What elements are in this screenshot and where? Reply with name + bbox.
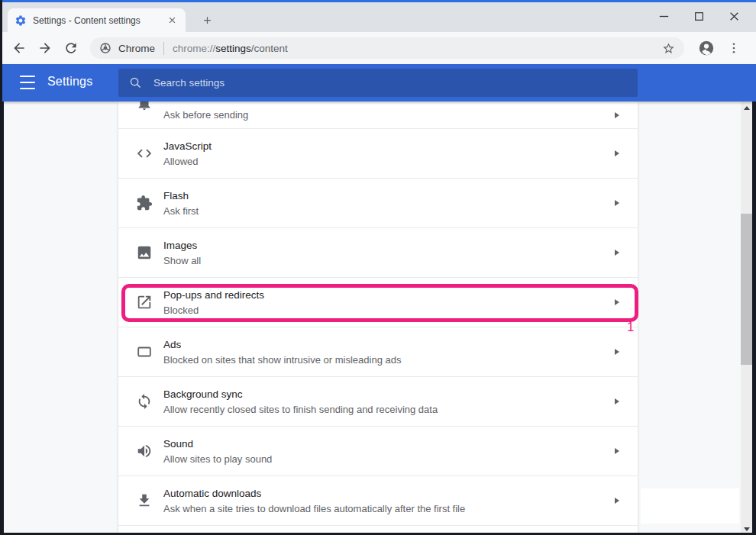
settings-item-flash[interactable]: FlashAsk first <box>118 179 638 228</box>
item-subtitle: Blocked <box>163 303 264 317</box>
title-bar: Settings - Content settings <box>0 0 756 32</box>
chevron-right-icon <box>615 498 619 504</box>
new-tab-button[interactable] <box>198 11 216 29</box>
item-subtitle: Ask when a site tries to download files … <box>163 501 465 516</box>
flash-puzzle-icon <box>136 195 153 211</box>
settings-item-sound[interactable]: SoundAllow sites to play sound <box>118 427 638 476</box>
automatic-downloads-icon <box>136 492 153 509</box>
reload-icon[interactable] <box>58 35 84 61</box>
item-title: Pop-ups and redirects <box>163 288 264 303</box>
chrome-badge-icon <box>99 42 111 54</box>
settings-item-javascript[interactable]: JavaScriptAllowed <box>118 129 638 179</box>
window-close-icon[interactable] <box>716 2 751 31</box>
item-title: JavaScript <box>163 139 212 154</box>
settings-item-ads[interactable]: AdsBlocked on sites that show intrusive … <box>118 327 638 377</box>
chevron-right-icon <box>615 299 619 305</box>
annotation-step-number: 1 <box>627 320 634 335</box>
settings-item-background-sync[interactable]: Background syncAllow recently closed sit… <box>118 377 638 427</box>
item-subtitle: Allow sites to play sound <box>163 452 272 466</box>
search-input[interactable] <box>152 76 627 89</box>
browser-toolbar: Chrome chrome://settings/content <box>0 32 756 64</box>
hamburger-menu-icon[interactable] <box>20 76 35 89</box>
bookmark-star-icon[interactable] <box>662 42 675 55</box>
window-top-accent <box>0 0 756 2</box>
url-path: /content <box>251 43 288 54</box>
notifications-bell-icon <box>136 102 153 111</box>
item-title: Flash <box>163 189 199 204</box>
item-title: Sound <box>163 437 272 452</box>
item-subtitle: Blocked on sites that show intrusive or … <box>163 353 401 367</box>
chevron-right-icon <box>615 150 619 156</box>
chevron-right-icon <box>615 349 619 355</box>
chevron-right-icon <box>615 398 619 404</box>
tab-close-icon[interactable] <box>166 14 179 27</box>
settings-content-area: Ask before sendingJavaScriptAllowedFlash… <box>0 102 756 535</box>
settings-gear-favicon-icon <box>15 15 27 27</box>
window-maximize-icon[interactable] <box>681 2 716 31</box>
tab-title: Settings - Content settings <box>33 15 166 26</box>
settings-item-pop-ups-and-redirects[interactable]: Pop-ups and redirectsBlocked <box>118 278 638 327</box>
profile-avatar-icon[interactable] <box>693 35 719 61</box>
artifact-box <box>641 488 739 524</box>
item-title: Images <box>163 238 201 253</box>
settings-item-top-partial[interactable]: Ask before sending <box>118 102 638 129</box>
content-settings-card: Ask before sendingJavaScriptAllowedFlash… <box>118 102 638 535</box>
background-sync-icon <box>136 393 153 410</box>
screen-edge <box>752 102 756 535</box>
scrollbar-thumb[interactable] <box>741 214 752 365</box>
item-subtitle: Allowed <box>163 154 212 169</box>
settings-header: Settings <box>0 64 756 102</box>
page-title: Settings <box>47 75 92 89</box>
settings-search-box[interactable] <box>118 69 638 97</box>
ads-window-icon <box>136 343 153 360</box>
scroll-up-icon[interactable] <box>741 102 752 113</box>
screen-edge <box>0 102 4 535</box>
vertical-scrollbar[interactable] <box>741 102 752 535</box>
item-subtitle: Allow recently closed sites to finish se… <box>163 402 438 417</box>
back-icon[interactable] <box>6 35 32 61</box>
item-subtitle: Ask before sending <box>163 108 248 122</box>
chevron-right-icon <box>615 250 619 256</box>
site-label: Chrome <box>118 43 155 54</box>
address-bar[interactable]: Chrome chrome://settings/content <box>90 37 684 59</box>
forward-icon[interactable] <box>32 35 58 61</box>
screen-edge <box>0 0 2 102</box>
url-text: chrome://settings/content <box>173 43 288 54</box>
images-photo-icon <box>136 244 153 261</box>
chevron-right-icon <box>615 200 619 206</box>
browser-tab-settings[interactable]: Settings - Content settings <box>8 8 186 32</box>
browser-menu-dots-icon[interactable] <box>721 35 747 61</box>
url-host: settings <box>215 43 251 54</box>
chevron-right-icon <box>615 112 619 118</box>
popups-open-in-new-icon <box>136 294 153 311</box>
item-subtitle: Show all <box>163 253 201 268</box>
javascript-code-icon <box>136 145 153 162</box>
item-title: Background sync <box>163 387 438 402</box>
url-divider <box>163 42 164 55</box>
search-icon <box>129 76 142 89</box>
item-title: Ads <box>163 337 401 353</box>
settings-item-images[interactable]: ImagesShow all <box>118 228 638 278</box>
item-subtitle: Ask first <box>163 204 199 218</box>
url-scheme: chrome:// <box>173 43 215 54</box>
settings-item-automatic-downloads[interactable]: Automatic downloadsAsk when a site tries… <box>118 476 638 526</box>
sound-speaker-icon <box>136 443 153 459</box>
window-controls <box>646 2 751 31</box>
chevron-right-icon <box>615 448 619 454</box>
item-title: Automatic downloads <box>163 486 465 501</box>
window-minimize-icon[interactable] <box>646 2 681 31</box>
